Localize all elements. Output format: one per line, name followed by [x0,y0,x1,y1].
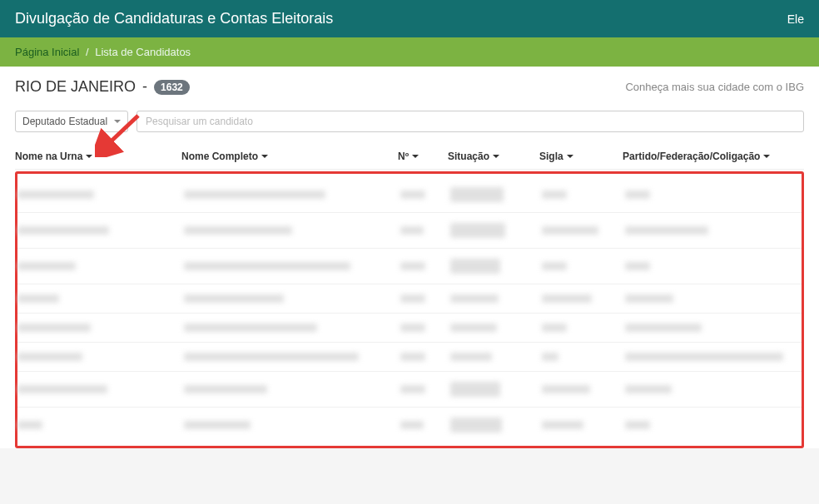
redacted-content [184,324,317,332]
table-cell [184,324,400,332]
table-cell [17,262,184,270]
redacted-content [542,262,567,270]
table-cell [184,353,400,361]
column-label: Nº [398,151,409,162]
column-situacao[interactable]: Situação [448,151,539,162]
column-label: Sigla [539,151,563,162]
table-cell [17,421,184,429]
redacted-content [625,324,702,332]
redacted-content [542,226,598,235]
redacted-content [400,421,424,429]
table-cell [450,353,542,361]
table-cell [625,262,808,270]
redacted-content [184,294,284,303]
table-cell [542,353,625,361]
redacted-content [17,353,82,361]
column-numero[interactable]: Nº [398,151,448,162]
table-cell [542,262,625,270]
redacted-content [400,294,425,303]
redacted-content [17,385,107,393]
redacted-content [450,353,492,361]
table-cell [450,382,542,397]
table-cell [450,259,542,274]
redacted-content [625,262,650,270]
table-row[interactable] [17,408,802,442]
redacted-content [184,353,359,361]
table-row[interactable] [17,372,802,408]
table-cell [542,226,625,235]
table-row[interactable] [17,284,802,314]
ibge-link[interactable]: Conheça mais sua cidade com o IBG [625,81,804,93]
table-cell [542,421,625,429]
table-cell [17,324,184,332]
table-cell [400,385,450,393]
table-cell [17,190,184,199]
redacted-content [542,353,558,361]
table-row[interactable] [17,249,802,284]
count-badge: 1632 [154,80,190,95]
table-cell [400,324,450,332]
column-label: Partido/Federação/Coligação [623,151,760,162]
redacted-content [450,382,500,397]
region-dash: - [142,78,147,96]
table-cell [400,226,450,235]
table-row[interactable] [17,314,802,343]
column-label: Nome na Urna [15,151,82,162]
position-select-value: Deputado Estadual [22,116,107,127]
table-cell [450,324,542,332]
redacted-content [184,385,267,393]
table-cell [400,421,450,429]
redacted-content [450,294,499,303]
search-input[interactable] [136,111,804,132]
sort-caret-icon [763,155,770,161]
table-cell [400,353,450,361]
table-cell [184,385,400,393]
redacted-content [450,418,502,432]
redacted-content [17,190,94,199]
redacted-content [17,421,42,429]
table-cell [184,262,400,270]
redacted-content [625,190,650,199]
redacted-content [400,190,425,199]
redacted-content [184,190,325,199]
table-row[interactable] [17,213,802,249]
column-label: Situação [448,151,489,162]
redacted-content [450,324,497,332]
table-row[interactable] [17,177,802,213]
column-nome-urna[interactable]: Nome na Urna [15,151,181,162]
table-body [15,171,804,448]
redacted-content [184,262,350,270]
table-cell [625,421,808,429]
breadcrumb-home[interactable]: Página Inicial [15,46,79,58]
region-title: RIO DE JANEIRO - 1632 [15,78,190,96]
column-sigla[interactable]: Sigla [539,151,623,162]
table-cell [542,385,625,393]
table-cell [542,294,625,303]
redacted-content [542,190,567,199]
redacted-content [625,294,673,303]
redacted-content [400,324,425,332]
redacted-content [625,421,650,429]
breadcrumb-separator: / [86,46,89,58]
table-cell [450,187,542,202]
table-row[interactable] [17,343,802,372]
redacted-content [542,324,567,332]
sort-caret-icon [86,155,92,161]
redacted-content [450,187,504,202]
redacted-content [450,223,505,238]
column-nome-completo[interactable]: Nome Completo [181,151,398,162]
position-select[interactable]: Deputado Estadual [15,111,128,132]
app-title: Divulgação de Candidaturas e Contas Elei… [15,10,333,27]
table-cell [625,353,808,361]
sort-caret-icon [567,155,573,161]
header-right-link[interactable]: Ele [787,12,804,26]
table-cell [184,190,400,199]
breadcrumb-current: Lista de Candidatos [95,46,191,58]
table-cell [17,353,184,361]
top-header: Divulgação de Candidaturas e Contas Elei… [0,0,819,37]
redacted-content [184,421,251,429]
column-partido[interactable]: Partido/Federação/Coligação [623,151,806,162]
redacted-content [625,353,783,361]
main-content: RIO DE JANEIRO - 1632 Conheça mais sua c… [0,67,819,448]
region-row: RIO DE JANEIRO - 1632 Conheça mais sua c… [15,78,804,96]
